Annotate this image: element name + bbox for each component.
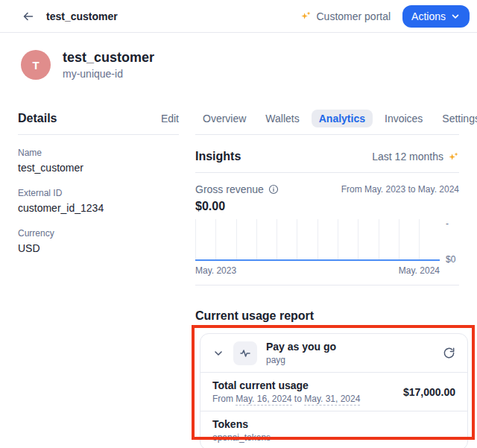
period-date-to[interactable]: May. 31, 2024 <box>304 394 360 406</box>
sparkle-icon <box>448 151 459 163</box>
detail-field-external-id: External ID customer_id_1234 <box>18 187 179 215</box>
usage-item-row: Tokens openai_tokens <box>200 411 467 448</box>
tab-analytics[interactable]: Analytics <box>312 110 373 127</box>
chart-zero-line <box>195 259 440 261</box>
usage-item-code: openai_tokens <box>212 432 271 444</box>
insights-title: Insights <box>195 150 241 163</box>
plan-name: Pay as you go <box>266 340 336 353</box>
detail-field-name: Name test_customer <box>18 147 179 175</box>
refresh-icon <box>443 347 455 359</box>
y-axis-zero-tick: $0 <box>446 255 455 264</box>
divider <box>195 172 459 173</box>
divider <box>18 134 179 135</box>
period-from-word: From <box>212 394 233 404</box>
total-usage-label: Total current usage <box>212 379 360 392</box>
divider <box>195 285 459 285</box>
y-axis-top-tick: - <box>446 219 449 228</box>
page-title: test_customer <box>46 10 118 22</box>
chevron-down-icon <box>450 11 461 22</box>
tab-overview[interactable]: Overview <box>195 110 253 127</box>
total-usage-amount: $17,000.00 <box>403 386 455 398</box>
collapse-toggle[interactable] <box>212 347 224 359</box>
customer-portal-link[interactable]: Customer portal <box>300 10 391 22</box>
period-selector[interactable]: Last 12 months <box>372 151 459 163</box>
edit-details-button[interactable]: Edit <box>161 113 179 124</box>
tab-wallets[interactable]: Wallets <box>258 110 306 127</box>
plan-code: payg <box>266 354 336 366</box>
customer-unique-id: my-unique-id <box>63 67 154 81</box>
field-label: Name <box>18 147 179 159</box>
sparkle-icon <box>300 10 312 22</box>
divider <box>195 134 459 135</box>
chart-date-range: From May. 2023 to May. 2024 <box>341 184 459 195</box>
avatar: T <box>21 50 51 80</box>
customer-header: T test_customer my-unique-id <box>0 33 477 81</box>
gross-revenue-chart: - $0 <box>195 219 459 261</box>
x-axis-right-label: May. 2024 <box>399 265 440 276</box>
x-axis-left-label: May. 2023 <box>195 265 236 276</box>
actions-button-label: Actions <box>411 10 446 22</box>
customer-portal-label: Customer portal <box>316 10 391 22</box>
tab-settings[interactable]: Settings <box>435 110 477 127</box>
field-value: test_customer <box>18 160 179 175</box>
usage-report-title: Current usage report <box>195 309 459 323</box>
chevron-down-icon <box>212 347 224 359</box>
period-label: Last 12 months <box>372 151 443 163</box>
pulse-icon <box>233 341 257 365</box>
tab-invoices[interactable]: Invoices <box>377 110 430 127</box>
back-button[interactable] <box>18 6 39 27</box>
tab-bar: Overview Wallets Analytics Invoices Sett… <box>195 109 459 128</box>
plan-header-row: Pay as you go payg <box>200 334 467 372</box>
period-to-word: to <box>294 394 302 404</box>
customer-name: test_customer <box>63 49 154 66</box>
gross-revenue-value: $0.00 <box>195 200 459 213</box>
detail-field-currency: Currency USD <box>18 227 179 256</box>
arrow-left-icon <box>22 10 34 22</box>
details-title: Details <box>18 112 57 125</box>
refresh-button[interactable] <box>443 347 455 359</box>
chart-plot-area <box>195 219 440 261</box>
info-icon[interactable] <box>268 184 279 195</box>
usage-report-card: Pay as you go payg <box>200 333 468 448</box>
field-label: External ID <box>18 187 179 199</box>
top-bar: test_customer Customer portal Actions <box>0 0 477 33</box>
field-value: customer_id_1234 <box>18 201 179 215</box>
details-panel: Details Edit Name test_customer External… <box>18 109 179 448</box>
period-date-from[interactable]: May. 16, 2024 <box>236 394 291 406</box>
total-usage-period: From May. 16, 2024 to May. 31, 2024 <box>212 393 360 405</box>
field-label: Currency <box>18 227 179 239</box>
gross-revenue-label: Gross revenue <box>195 183 264 195</box>
field-value: USD <box>18 241 179 256</box>
usage-item-name: Tokens <box>212 417 271 431</box>
actions-button[interactable]: Actions <box>402 5 470 28</box>
total-usage-row: Total current usage From May. 16, 2024 t… <box>200 372 467 411</box>
